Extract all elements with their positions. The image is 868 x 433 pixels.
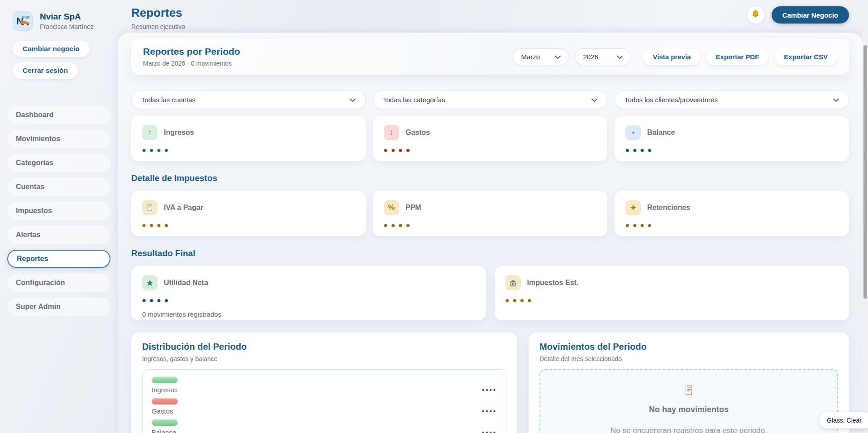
notifications-button[interactable]	[747, 6, 764, 24]
chevron-down-icon	[555, 53, 561, 61]
change-business-link[interactable]: Cambiar negocio	[13, 41, 90, 57]
stat-label: Impuestos Est.	[527, 279, 579, 287]
sidebar-item-categorias[interactable]: Categorías	[7, 154, 110, 172]
categories-filter-select[interactable]: Todas las categorías	[373, 90, 607, 109]
ppm-card: % PPM ••••	[373, 191, 607, 236]
sidebar-item-configuracion[interactable]: Configuración	[7, 274, 110, 292]
truck-icon	[20, 19, 30, 28]
chevron-down-icon	[617, 53, 623, 61]
stat-label: Balance	[647, 128, 675, 137]
movements-panel: Movimientos del Periodo Detalle del mes …	[529, 333, 849, 433]
masked-value: ••••	[142, 298, 475, 303]
net-profit-card: ★ Utilidad Neta •••• 0 movimientos regis…	[131, 266, 486, 320]
masked-value: ••••	[625, 148, 838, 153]
stat-label: Retenciones	[647, 204, 690, 212]
bell-icon	[751, 10, 760, 21]
accounts-filter-select[interactable]: Todas las cuentas	[131, 90, 366, 109]
sidebar-item-label: Cuentas	[16, 183, 44, 191]
distribution-chart: Ingresos •••• Gastos ••••	[142, 369, 506, 433]
bank-icon	[506, 275, 521, 290]
business-info: Nviar SpA Francisco Martínez	[40, 12, 94, 30]
scrollbar-thumb[interactable]	[863, 45, 867, 299]
sidebar-item-label: Reportes	[17, 255, 48, 263]
app-logo: N viar	[13, 11, 33, 31]
sidebar-item-cuentas[interactable]: Cuentas	[7, 178, 110, 196]
star-icon: ★	[142, 275, 157, 290]
year-select[interactable]: 2026	[575, 48, 631, 65]
sidebar-item-label: Configuración	[16, 279, 65, 287]
distribution-panel: Distribución del Periodo Ingresos, gasto…	[131, 333, 517, 433]
sidebar-item-label: Dashboard	[16, 111, 54, 119]
clients-filter-select[interactable]: Todos los clientes/proveedores	[615, 90, 849, 109]
result-cards-row: ★ Utilidad Neta •••• 0 movimientos regis…	[131, 266, 849, 320]
income-bar	[152, 376, 178, 383]
expenses-bar	[152, 398, 178, 404]
result-section-title: Resultado Final	[131, 248, 849, 258]
distribution-row-label: Balance	[152, 428, 176, 433]
categories-filter-value: Todas las categorías	[383, 96, 445, 104]
year-select-value: 2026	[583, 53, 598, 61]
stats-row: ↑ Ingresos •••• ↓ Gastos •••• • Balance …	[131, 116, 849, 161]
chevron-down-icon	[350, 96, 356, 104]
tax-cards-row: IVA a Pagar •••• % PPM •••• ✦ Retencione…	[131, 191, 849, 236]
distribution-row-label: Gastos	[152, 407, 173, 415]
sidebar-item-impuestos[interactable]: Impuestos	[7, 202, 110, 220]
chevron-down-icon	[833, 96, 839, 104]
period-report-card: Reportes por Periodo Marzo de 2026 · 0 m…	[131, 38, 849, 75]
month-select[interactable]: Marzo	[513, 48, 569, 65]
stat-label: Ingresos	[164, 128, 194, 137]
distribution-title: Distribución del Periodo	[142, 342, 506, 352]
masked-value: ••••	[482, 407, 497, 415]
change-business-button[interactable]: Cambiar Negocio	[772, 6, 849, 24]
sidebar-actions: Cambiar negocio Cerrar sesión	[0, 41, 118, 84]
dot-icon: •	[625, 125, 641, 140]
sidebar-item-label: Categorías	[16, 159, 53, 167]
business-header: N viar Nviar SpA Francisco Martínez	[0, 11, 118, 31]
distribution-subtitle: Ingresos, gastos y balance	[142, 355, 506, 362]
sidebar-item-alertas[interactable]: Alertas	[7, 226, 110, 244]
masked-value: ••••	[384, 223, 596, 228]
chevron-down-icon	[591, 96, 597, 104]
sidebar-item-label: Alertas	[16, 231, 40, 239]
sidebar-item-dashboard[interactable]: Dashboard	[7, 106, 110, 124]
estimated-taxes-card: Impuestos Est. ••••	[495, 266, 849, 320]
percent-icon: %	[384, 200, 399, 215]
preview-button[interactable]: Vista previa	[643, 48, 700, 65]
empty-state-title: No hay movimientos	[540, 405, 837, 414]
tax-section-title: Detalle de Impuestos	[131, 173, 849, 183]
movements-count-note: 0 movimientos registrados	[142, 310, 475, 318]
masked-value: ••••	[384, 148, 596, 153]
sidebar-item-movimientos[interactable]: Movimientos	[7, 130, 110, 148]
period-card-subtitle: Marzo de 2026 · 0 movimientos	[143, 60, 240, 67]
retenciones-card: ✦ Retenciones ••••	[615, 191, 849, 236]
scrollbar-track[interactable]	[863, 33, 868, 433]
sidebar-item-super-admin[interactable]: Super Admin	[7, 298, 110, 316]
arrow-up-icon: ↑	[142, 125, 157, 140]
balance-stat-card: • Balance ••••	[615, 116, 849, 161]
masked-value: ••••	[482, 428, 497, 433]
sidebar-nav: Dashboard Movimientos Categorías Cuentas…	[0, 106, 118, 316]
page-title: Reportes	[131, 6, 185, 20]
distribution-row-gastos: Gastos ••••	[152, 398, 497, 415]
logo-word: viar	[22, 14, 30, 19]
sidebar-item-label: Impuestos	[16, 207, 52, 215]
masked-value: ••••	[142, 148, 355, 153]
user-name: Francisco Martínez	[40, 23, 94, 30]
movements-subtitle: Detalle del mes seleccionado	[539, 355, 838, 362]
export-pdf-button[interactable]: Exportar PDF	[706, 48, 768, 65]
filters-row: Todas las cuentas Todas las categorías T…	[131, 90, 849, 109]
sidebar-item-reportes[interactable]: Reportes	[7, 250, 110, 268]
income-stat-card: ↑ Ingresos ••••	[131, 116, 366, 161]
period-card-heading: Reportes por Periodo Marzo de 2026 · 0 m…	[143, 46, 240, 67]
stat-label: Utilidad Neta	[164, 279, 208, 287]
export-csv-button[interactable]: Exportar CSV	[774, 48, 837, 65]
stat-label: IVA a Pagar	[164, 204, 203, 212]
period-card-title: Reportes por Periodo	[143, 46, 240, 57]
logout-link[interactable]: Cerrar sesión	[13, 62, 78, 79]
sidebar-item-label: Movimientos	[16, 135, 60, 143]
reports-page: N viar Nviar SpA Francisco Martínez Camb…	[0, 0, 868, 433]
arrow-down-icon: ↓	[384, 125, 399, 140]
distribution-row-label: Ingresos	[152, 386, 178, 394]
sidebar-item-label: Super Admin	[16, 303, 61, 311]
period-controls: Marzo 2026 Vista previa Exportar PDF Exp…	[513, 48, 837, 65]
